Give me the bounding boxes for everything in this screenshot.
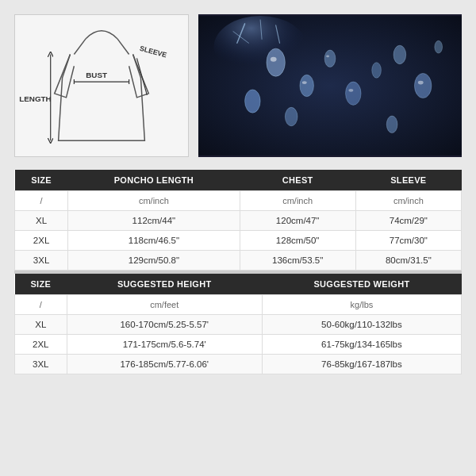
unit-height: cm/feet bbox=[67, 295, 262, 315]
poncho-length-val: 129cm/50.8" bbox=[68, 251, 240, 271]
table2-header-row: SIZE SUGGESTED HEIGHT SUGGESTED WEIGHT bbox=[15, 274, 462, 295]
weight-val: 61-75kg/134-165lbs bbox=[262, 335, 461, 355]
col-size-1: SIZE bbox=[15, 170, 68, 191]
col-suggested-weight: SUGGESTED WEIGHT bbox=[262, 274, 461, 295]
size-table-2: SIZE SUGGESTED HEIGHT SUGGESTED WEIGHT /… bbox=[14, 274, 462, 374]
table-row: 3XL 129cm/50.8" 136cm/53.5" 80cm/31.5" bbox=[15, 251, 462, 271]
weight-val: 76-85kg/167-187lbs bbox=[262, 355, 461, 374]
svg-point-10 bbox=[267, 48, 285, 76]
size-label: 2XL bbox=[15, 231, 68, 251]
svg-point-14 bbox=[372, 63, 382, 79]
svg-point-13 bbox=[346, 82, 362, 105]
svg-point-15 bbox=[393, 45, 406, 63]
chest-val: 120cm/47" bbox=[240, 211, 355, 231]
size-label: 3XL bbox=[15, 355, 67, 374]
svg-point-17 bbox=[435, 40, 443, 53]
size-label: 3XL bbox=[15, 251, 68, 271]
unit-sleeve: cm/inch bbox=[355, 191, 461, 211]
col-poncho-length: PONCHO LENGTH bbox=[68, 170, 240, 191]
svg-text:LENGTH: LENGTH bbox=[19, 94, 52, 103]
col-size-2: SIZE bbox=[15, 274, 67, 295]
svg-point-18 bbox=[285, 107, 298, 125]
svg-point-11 bbox=[300, 75, 314, 96]
svg-point-19 bbox=[245, 90, 261, 113]
unit-weight: kg/lbs bbox=[262, 295, 461, 315]
table-row: 2XL 118cm/46.5" 128cm/50" 77cm/30" bbox=[15, 231, 462, 251]
chest-val: 136cm/53.5" bbox=[240, 251, 355, 271]
svg-point-22 bbox=[302, 81, 307, 84]
col-suggested-height: SUGGESTED HEIGHT bbox=[67, 274, 262, 295]
col-chest: CHEST bbox=[240, 170, 355, 191]
col-sleeve: SLEEVE bbox=[355, 170, 461, 191]
table-row: XL 160-170cm/5.25-5.57' 50-60kg/110-132l… bbox=[15, 315, 462, 335]
svg-point-9 bbox=[214, 16, 307, 78]
size-label: XL bbox=[15, 211, 68, 231]
svg-point-23 bbox=[326, 55, 329, 57]
poncho-length-val: 112cm/44" bbox=[68, 211, 240, 231]
svg-point-25 bbox=[418, 81, 424, 85]
unit-length: cm/inch bbox=[68, 191, 240, 211]
chest-val: 128cm/50" bbox=[240, 231, 355, 251]
product-photo bbox=[198, 14, 462, 157]
table-row: XL 112cm/44" 120cm/47" 74cm/29" bbox=[15, 211, 462, 231]
table-row: 3XL 176-185cm/5.77-6.06' 76-85kg/167-187… bbox=[15, 355, 462, 374]
size-label: 2XL bbox=[15, 335, 67, 355]
poncho-length-val: 118cm/46.5" bbox=[68, 231, 240, 251]
unit-size: / bbox=[15, 191, 68, 211]
size-label: XL bbox=[15, 315, 67, 335]
table2-unit-row: / cm/feet kg/lbs bbox=[15, 295, 462, 315]
height-val: 160-170cm/5.25-5.57' bbox=[67, 315, 262, 335]
weight-val: 50-60kg/110-132lbs bbox=[262, 315, 461, 335]
sleeve-val: 77cm/30" bbox=[355, 231, 461, 251]
table1-unit-row: / cm/inch cm/inch cm/inch bbox=[15, 191, 462, 211]
size-table-1: SIZE PONCHO LENGTH CHEST SLEEVE / cm/inc… bbox=[14, 170, 462, 271]
sleeve-val: 74cm/29" bbox=[355, 211, 461, 231]
svg-point-21 bbox=[271, 57, 277, 62]
sleeve-val: 80cm/31.5" bbox=[355, 251, 461, 271]
svg-point-12 bbox=[324, 50, 336, 67]
svg-text:SLEEVE: SLEEVE bbox=[139, 44, 167, 60]
table1-header-row: SIZE PONCHO LENGTH CHEST SLEEVE bbox=[15, 170, 462, 191]
top-section: LENGTH BUST SLEEVE bbox=[14, 14, 462, 157]
height-val: 176-185cm/5.77-6.06' bbox=[67, 355, 262, 374]
unit-size2: / bbox=[15, 295, 67, 315]
svg-point-16 bbox=[414, 73, 431, 98]
svg-point-24 bbox=[348, 89, 353, 92]
svg-text:BUST: BUST bbox=[86, 71, 107, 79]
height-val: 171-175cm/5.6-5.74' bbox=[67, 335, 262, 355]
unit-chest: cm/inch bbox=[240, 191, 355, 211]
size-tables: SIZE PONCHO LENGTH CHEST SLEEVE / cm/inc… bbox=[14, 170, 462, 374]
table-row: 2XL 171-175cm/5.6-5.74' 61-75kg/134-165l… bbox=[15, 335, 462, 355]
raincoat-diagram: LENGTH BUST SLEEVE bbox=[14, 14, 189, 157]
svg-point-20 bbox=[386, 116, 397, 132]
